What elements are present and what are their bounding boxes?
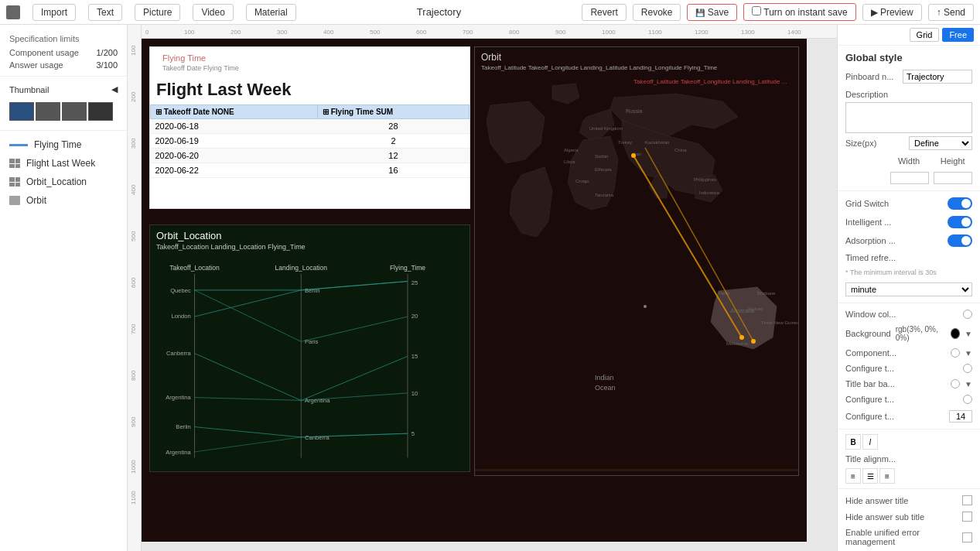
configure-t1-row: Configure t... <box>838 361 980 376</box>
svg-text:700: 700 <box>463 29 473 36</box>
thumbnail-section[interactable]: Thumbnail ◀ <box>0 81 127 98</box>
minute-select-row: minute second hour <box>838 279 980 299</box>
revoke-button[interactable]: Revoke <box>633 4 681 21</box>
svg-text:Berlin: Berlin <box>176 423 190 430</box>
italic-button[interactable]: I <box>862 434 878 450</box>
value-cell: 2 <box>317 134 469 149</box>
grid-view-button[interactable]: Grid <box>910 28 940 42</box>
intelligent-label: Intelligent ... <box>845 217 943 227</box>
adsorption-toggle[interactable] <box>948 234 972 247</box>
background-expand-arrow[interactable]: ▼ <box>965 330 972 338</box>
svg-text:1100: 1100 <box>648 29 662 36</box>
svg-text:Argentina: Argentina <box>305 397 330 404</box>
date-cell: 2020-06-18 <box>151 119 318 134</box>
align-right-button[interactable]: ≡ <box>879 468 895 484</box>
svg-text:London: London <box>171 313 190 320</box>
table-row: 2020-06-192 <box>151 134 470 149</box>
svg-text:Ocean: Ocean <box>595 384 616 392</box>
material-button[interactable]: Material <box>246 4 296 21</box>
component-row: Component... ▼ <box>838 345 980 361</box>
background-color-dot[interactable] <box>951 328 960 339</box>
save-icon: 💾 <box>695 9 705 17</box>
svg-text:1100: 1100 <box>130 491 137 505</box>
parallel-coords-chart: Takeoff_Location Landing_Location Flying… <box>150 254 459 471</box>
preview-button[interactable]: ▶ Preview <box>862 4 922 21</box>
svg-text:United Kingdom: United Kingdom <box>589 126 623 131</box>
title-bar-label: Title bar ba... <box>845 379 946 388</box>
hide-answer-sub-title-row: Hide answer sub title <box>838 508 980 525</box>
svg-text:100: 100 <box>130 45 137 56</box>
revert-button[interactable]: Revert <box>582 4 626 21</box>
sidebar-item-flying-time[interactable]: Flying Time <box>0 135 127 154</box>
date-cell: 2020-06-19 <box>151 134 318 149</box>
min-interval-note: * The minimum interval is 30s <box>845 269 937 276</box>
free-view-button[interactable]: Free <box>942 28 974 42</box>
description-row: Description <box>838 87 980 102</box>
svg-text:600: 600 <box>130 277 137 288</box>
picture-button[interactable]: Picture <box>135 4 180 21</box>
app-icon[interactable] <box>6 5 20 19</box>
date-cell: 2020-06-22 <box>151 163 318 178</box>
value-cell: 28 <box>317 119 469 134</box>
widget-orbit-location[interactable]: Orbit_Location Takeoff_Location Landing_… <box>149 224 470 472</box>
svg-text:Melbourne: Melbourne <box>726 341 749 346</box>
svg-text:Ethiopia: Ethiopia <box>595 167 612 172</box>
widget-flight-last-week[interactable]: Flying Time Takeoff Date Flying Time Fli… <box>149 46 470 209</box>
save-button[interactable]: 💾 Save <box>687 4 737 21</box>
grid-switch-toggle[interactable] <box>948 197 972 210</box>
enable-unified-error-checkbox[interactable] <box>962 532 972 542</box>
intelligent-knob <box>961 217 971 227</box>
size-select[interactable]: Define Auto <box>909 136 972 150</box>
sidebar-item-orbit[interactable]: Orbit <box>0 191 127 210</box>
description-textarea[interactable] <box>845 102 972 133</box>
sidebar-item-orbit-location[interactable]: Orbit_Location <box>0 173 127 191</box>
component-expand-arrow[interactable]: ▼ <box>965 349 972 358</box>
right-panel: Grid Free Global style Pinboard n... Des… <box>837 25 980 551</box>
configure-t1-radio[interactable] <box>963 364 972 373</box>
svg-text:Flying_Time: Flying_Time <box>390 264 425 272</box>
import-button[interactable]: Import <box>32 4 76 21</box>
svg-text:100: 100 <box>184 29 195 36</box>
widget-orbit[interactable]: Orbit Takeoff_Latitude Takeoff_Longitude… <box>474 46 799 476</box>
panel-divider-3 <box>838 429 980 430</box>
send-button[interactable]: ↑ Send <box>928 4 974 21</box>
flight-last-week-label: Flight Last Week <box>26 158 95 169</box>
background-value: rgb(3%, 0%, 0%) <box>896 325 946 342</box>
svg-text:1000: 1000 <box>602 29 616 36</box>
sidebar-divider-2 <box>0 130 127 131</box>
svg-text:Quebec: Quebec <box>170 287 191 294</box>
flight-last-week-icon <box>9 159 20 168</box>
right-top-bar: Grid Free <box>838 25 980 46</box>
instant-save-checkbox[interactable] <box>752 6 761 15</box>
hide-answer-sub-title-checkbox[interactable] <box>962 512 972 522</box>
title-align-row: Title alignm... <box>838 451 980 467</box>
width-input[interactable] <box>890 172 929 184</box>
window-col-radio[interactable] <box>963 310 972 319</box>
align-left-button[interactable]: ≡ <box>845 468 861 484</box>
main-layout: Specification limits Component usage 1/2… <box>0 25 980 551</box>
title-align-label: Title alignm... <box>845 454 972 464</box>
sidebar-item-flight-last-week[interactable]: Flight Last Week <box>0 154 127 173</box>
svg-text:Turkey: Turkey <box>618 140 632 145</box>
height-input[interactable] <box>934 172 972 184</box>
configure-t3-input[interactable] <box>949 410 972 423</box>
title-bar-radio[interactable] <box>951 379 960 388</box>
text-button[interactable]: Text <box>88 4 122 21</box>
title-bar-expand-arrow[interactable]: ▼ <box>965 380 972 388</box>
component-usage-row: Component usage 1/200 <box>0 46 127 59</box>
pinboard-input[interactable] <box>903 70 972 84</box>
instant-save-button[interactable]: Turn on instant save <box>743 3 855 21</box>
video-button[interactable]: Video <box>193 4 233 21</box>
align-center-button[interactable]: ☰ <box>862 468 878 484</box>
configure-t2-radio[interactable] <box>963 395 972 404</box>
svg-point-74 <box>751 339 756 344</box>
hide-answer-title-checkbox[interactable] <box>962 495 972 505</box>
bold-button[interactable]: B <box>845 434 861 450</box>
minute-select[interactable]: minute second hour <box>845 282 972 296</box>
intelligent-toggle[interactable] <box>948 216 972 228</box>
size-inputs-row <box>838 169 980 187</box>
svg-text:400: 400 <box>323 29 334 36</box>
svg-text:200: 200 <box>230 29 241 36</box>
component-radio[interactable] <box>951 348 960 358</box>
background-label: Background <box>845 329 891 338</box>
